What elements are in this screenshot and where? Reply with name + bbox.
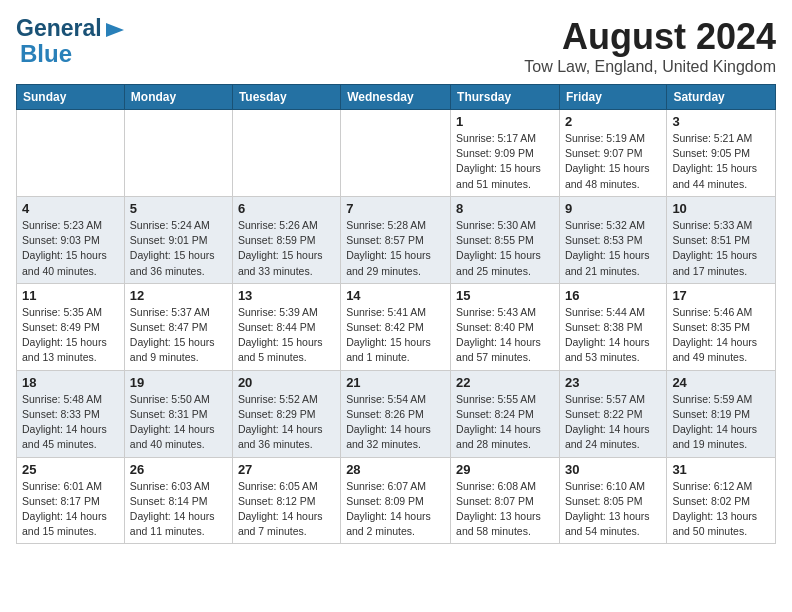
day-number: 18 (22, 375, 119, 390)
empty-cell (232, 110, 340, 197)
day-info: Sunrise: 5:41 AMSunset: 8:42 PMDaylight:… (346, 305, 445, 366)
day-number: 19 (130, 375, 227, 390)
day-cell-28: 28Sunrise: 6:07 AMSunset: 8:09 PMDayligh… (341, 457, 451, 544)
day-info: Sunrise: 5:46 AMSunset: 8:35 PMDaylight:… (672, 305, 770, 366)
day-cell-12: 12Sunrise: 5:37 AMSunset: 8:47 PMDayligh… (124, 283, 232, 370)
day-cell-25: 25Sunrise: 6:01 AMSunset: 8:17 PMDayligh… (17, 457, 125, 544)
day-info: Sunrise: 5:48 AMSunset: 8:33 PMDaylight:… (22, 392, 119, 453)
day-number: 21 (346, 375, 445, 390)
day-info: Sunrise: 5:39 AMSunset: 8:44 PMDaylight:… (238, 305, 335, 366)
day-cell-19: 19Sunrise: 5:50 AMSunset: 8:31 PMDayligh… (124, 370, 232, 457)
day-cell-15: 15Sunrise: 5:43 AMSunset: 8:40 PMDayligh… (451, 283, 560, 370)
day-info: Sunrise: 6:12 AMSunset: 8:02 PMDaylight:… (672, 479, 770, 540)
day-info: Sunrise: 6:05 AMSunset: 8:12 PMDaylight:… (238, 479, 335, 540)
day-info: Sunrise: 6:07 AMSunset: 8:09 PMDaylight:… (346, 479, 445, 540)
day-number: 10 (672, 201, 770, 216)
day-cell-14: 14Sunrise: 5:41 AMSunset: 8:42 PMDayligh… (341, 283, 451, 370)
day-info: Sunrise: 6:10 AMSunset: 8:05 PMDaylight:… (565, 479, 661, 540)
day-cell-18: 18Sunrise: 5:48 AMSunset: 8:33 PMDayligh… (17, 370, 125, 457)
day-info: Sunrise: 5:43 AMSunset: 8:40 PMDaylight:… (456, 305, 554, 366)
weekday-header-thursday: Thursday (451, 85, 560, 110)
week-row-5: 25Sunrise: 6:01 AMSunset: 8:17 PMDayligh… (17, 457, 776, 544)
day-number: 6 (238, 201, 335, 216)
day-info: Sunrise: 5:35 AMSunset: 8:49 PMDaylight:… (22, 305, 119, 366)
day-info: Sunrise: 5:28 AMSunset: 8:57 PMDaylight:… (346, 218, 445, 279)
weekday-header-sunday: Sunday (17, 85, 125, 110)
title-block: August 2024 Tow Law, England, United Kin… (524, 16, 776, 76)
day-number: 20 (238, 375, 335, 390)
day-number: 12 (130, 288, 227, 303)
day-info: Sunrise: 5:23 AMSunset: 9:03 PMDaylight:… (22, 218, 119, 279)
weekday-header-monday: Monday (124, 85, 232, 110)
day-info: Sunrise: 5:57 AMSunset: 8:22 PMDaylight:… (565, 392, 661, 453)
day-info: Sunrise: 5:32 AMSunset: 8:53 PMDaylight:… (565, 218, 661, 279)
empty-cell (341, 110, 451, 197)
page-subtitle: Tow Law, England, United Kingdom (524, 58, 776, 76)
page-title: August 2024 (524, 16, 776, 58)
day-info: Sunrise: 5:52 AMSunset: 8:29 PMDaylight:… (238, 392, 335, 453)
day-info: Sunrise: 5:59 AMSunset: 8:19 PMDaylight:… (672, 392, 770, 453)
logo-blue: Blue (16, 41, 126, 67)
day-info: Sunrise: 5:55 AMSunset: 8:24 PMDaylight:… (456, 392, 554, 453)
weekday-header-friday: Friday (559, 85, 666, 110)
weekday-header-wednesday: Wednesday (341, 85, 451, 110)
day-cell-3: 3Sunrise: 5:21 AMSunset: 9:05 PMDaylight… (667, 110, 776, 197)
day-cell-6: 6Sunrise: 5:26 AMSunset: 8:59 PMDaylight… (232, 196, 340, 283)
day-number: 4 (22, 201, 119, 216)
day-cell-21: 21Sunrise: 5:54 AMSunset: 8:26 PMDayligh… (341, 370, 451, 457)
day-number: 28 (346, 462, 445, 477)
day-number: 24 (672, 375, 770, 390)
week-row-4: 18Sunrise: 5:48 AMSunset: 8:33 PMDayligh… (17, 370, 776, 457)
day-cell-16: 16Sunrise: 5:44 AMSunset: 8:38 PMDayligh… (559, 283, 666, 370)
logo-general: General (16, 16, 102, 41)
day-info: Sunrise: 5:21 AMSunset: 9:05 PMDaylight:… (672, 131, 770, 192)
day-cell-4: 4Sunrise: 5:23 AMSunset: 9:03 PMDaylight… (17, 196, 125, 283)
day-cell-31: 31Sunrise: 6:12 AMSunset: 8:02 PMDayligh… (667, 457, 776, 544)
day-number: 23 (565, 375, 661, 390)
day-number: 7 (346, 201, 445, 216)
day-info: Sunrise: 5:17 AMSunset: 9:09 PMDaylight:… (456, 131, 554, 192)
weekday-header-saturday: Saturday (667, 85, 776, 110)
day-cell-27: 27Sunrise: 6:05 AMSunset: 8:12 PMDayligh… (232, 457, 340, 544)
day-cell-9: 9Sunrise: 5:32 AMSunset: 8:53 PMDaylight… (559, 196, 666, 283)
day-info: Sunrise: 6:03 AMSunset: 8:14 PMDaylight:… (130, 479, 227, 540)
day-cell-20: 20Sunrise: 5:52 AMSunset: 8:29 PMDayligh… (232, 370, 340, 457)
day-info: Sunrise: 5:44 AMSunset: 8:38 PMDaylight:… (565, 305, 661, 366)
week-row-3: 11Sunrise: 5:35 AMSunset: 8:49 PMDayligh… (17, 283, 776, 370)
day-cell-11: 11Sunrise: 5:35 AMSunset: 8:49 PMDayligh… (17, 283, 125, 370)
day-cell-1: 1Sunrise: 5:17 AMSunset: 9:09 PMDaylight… (451, 110, 560, 197)
logo: General Blue (16, 16, 126, 68)
week-row-2: 4Sunrise: 5:23 AMSunset: 9:03 PMDaylight… (17, 196, 776, 283)
empty-cell (124, 110, 232, 197)
day-info: Sunrise: 6:08 AMSunset: 8:07 PMDaylight:… (456, 479, 554, 540)
day-number: 27 (238, 462, 335, 477)
day-cell-22: 22Sunrise: 5:55 AMSunset: 8:24 PMDayligh… (451, 370, 560, 457)
day-number: 22 (456, 375, 554, 390)
day-number: 5 (130, 201, 227, 216)
weekday-header-row: SundayMondayTuesdayWednesdayThursdayFrid… (17, 85, 776, 110)
day-info: Sunrise: 5:33 AMSunset: 8:51 PMDaylight:… (672, 218, 770, 279)
day-number: 9 (565, 201, 661, 216)
day-cell-24: 24Sunrise: 5:59 AMSunset: 8:19 PMDayligh… (667, 370, 776, 457)
page-header: General Blue August 2024 Tow Law, Englan… (16, 16, 776, 76)
day-number: 29 (456, 462, 554, 477)
day-number: 11 (22, 288, 119, 303)
day-number: 31 (672, 462, 770, 477)
day-number: 17 (672, 288, 770, 303)
day-cell-23: 23Sunrise: 5:57 AMSunset: 8:22 PMDayligh… (559, 370, 666, 457)
day-info: Sunrise: 5:50 AMSunset: 8:31 PMDaylight:… (130, 392, 227, 453)
day-number: 1 (456, 114, 554, 129)
day-number: 16 (565, 288, 661, 303)
day-info: Sunrise: 5:26 AMSunset: 8:59 PMDaylight:… (238, 218, 335, 279)
day-info: Sunrise: 5:24 AMSunset: 9:01 PMDaylight:… (130, 218, 227, 279)
day-number: 3 (672, 114, 770, 129)
day-cell-29: 29Sunrise: 6:08 AMSunset: 8:07 PMDayligh… (451, 457, 560, 544)
day-info: Sunrise: 5:37 AMSunset: 8:47 PMDaylight:… (130, 305, 227, 366)
day-cell-10: 10Sunrise: 5:33 AMSunset: 8:51 PMDayligh… (667, 196, 776, 283)
day-cell-2: 2Sunrise: 5:19 AMSunset: 9:07 PMDaylight… (559, 110, 666, 197)
day-info: Sunrise: 5:19 AMSunset: 9:07 PMDaylight:… (565, 131, 661, 192)
day-number: 15 (456, 288, 554, 303)
day-number: 25 (22, 462, 119, 477)
logo-arrow-icon (104, 19, 126, 41)
day-number: 26 (130, 462, 227, 477)
